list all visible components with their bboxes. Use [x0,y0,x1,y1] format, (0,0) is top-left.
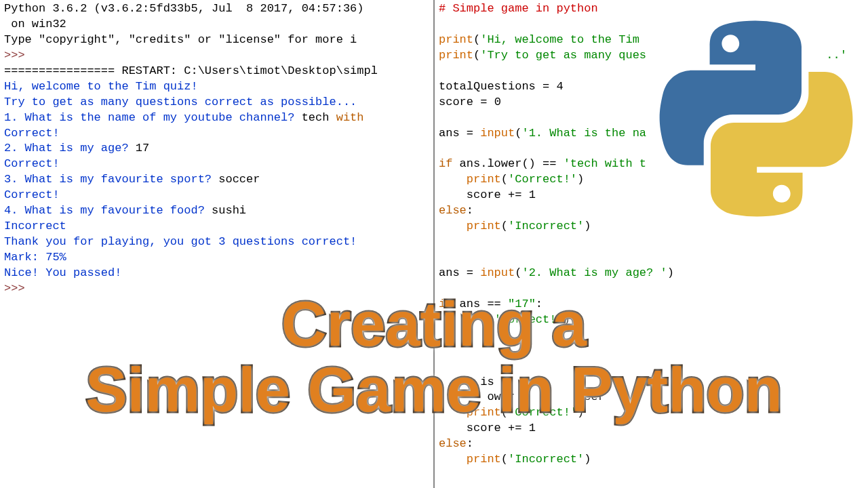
shell-pane[interactable]: Python 3.6.2 (v3.6.2:5fd33b5, Jul 8 2017… [0,0,435,488]
str: 'Hi, welcome to the Tim [480,33,639,46]
mark: Mark: 75% [4,251,66,264]
thanks: Thank you for playing, you got 3 questio… [4,235,357,248]
q1: 1. What is the name of my youtube channe… [4,111,302,124]
shell-header-3: Type "copyright", "credits" or "license"… [4,33,357,46]
shell-header-1: Python 3.6.2 (v3.6.2:5fd33b5, Jul 8 2017… [4,2,371,15]
output-welcome: Hi, welcome to the Tim quiz! [4,80,198,93]
prompt-end: >>> [4,282,32,295]
correct-2: Correct! [4,157,60,170]
correct-1: Correct! [4,127,60,140]
restart-line: ================ RESTART: C:\Users\timot… [4,64,378,77]
incorrect: Incorrect [4,220,66,232]
a2: 17 [136,142,149,155]
python-logo-icon [658,20,854,217]
passed: Nice! You passed! [4,266,121,279]
a3: soccer [218,173,260,186]
comment: # Simple game in python [439,2,598,15]
q4: 4. What is my favourite food? [4,204,212,217]
q2: 2. What is my age? [4,142,136,155]
output-try: Try to get as many questions correct as … [4,96,357,108]
q3: 3. What is my favourite sport? [4,173,218,186]
shell-header-2: on win32 [4,18,66,30]
prompt: >>> [4,49,32,62]
a4: sushi [212,204,246,217]
correct-3: Correct! [4,188,60,201]
a1b: with [336,111,364,124]
print-kw: print [439,33,473,46]
a1a: tech [302,111,336,124]
